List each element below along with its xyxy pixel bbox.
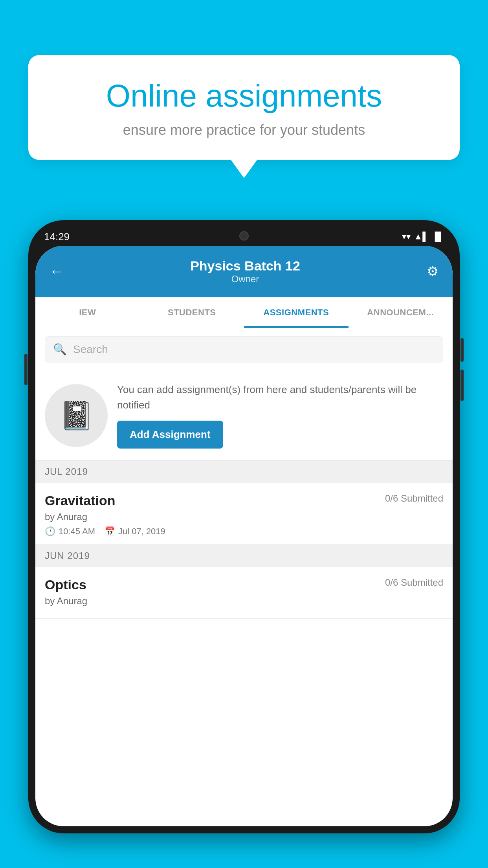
calendar-icon: 📅 — [105, 526, 115, 537]
promo-icon-circle: 📓 — [45, 384, 108, 447]
status-time: 14:29 — [44, 231, 70, 243]
promo-section: 📓 You can add assignment(s) from here an… — [35, 370, 453, 461]
assignment-top-optics: Optics 0/6 Submitted — [45, 577, 443, 592]
app-header: ← Physics Batch 12 Owner ⚙ — [35, 246, 453, 297]
tab-iew[interactable]: IEW — [35, 297, 140, 328]
settings-gear-icon[interactable]: ⚙ — [427, 263, 438, 279]
volume-down-button — [460, 370, 464, 401]
signal-icon: ▲▌ — [414, 232, 428, 242]
header-title: Physics Batch 12 — [190, 258, 300, 274]
assignment-item-optics[interactable]: Optics 0/6 Submitted by Anurag — [35, 567, 453, 619]
assignment-title-optics: Optics — [45, 577, 86, 592]
search-bar[interactable]: 🔍 Search — [45, 336, 443, 362]
assignment-by-optics: by Anurag — [45, 596, 443, 607]
status-icons: ▾▾ ▲▌ ▐▌ — [402, 232, 444, 242]
notebook-icon: 📓 — [59, 399, 94, 432]
clock-icon: 🕐 — [45, 526, 55, 537]
section-header-jul-2019: JUL 2019 — [35, 461, 453, 483]
bubble-subtitle: ensure more practice for your students — [56, 122, 432, 138]
tabs-bar: IEW STUDENTS ASSIGNMENTS ANNOUNCEM... — [35, 297, 453, 328]
promo-description: You can add assignment(s) from here and … — [117, 382, 443, 413]
phone-frame-outer: 14:29 ▾▾ ▲▌ ▐▌ ← Physics Batch 12 Owner … — [28, 220, 460, 868]
header-center: Physics Batch 12 Owner — [190, 258, 300, 285]
add-assignment-button[interactable]: Add Assignment — [117, 421, 223, 449]
search-placeholder-text: Search — [73, 343, 108, 356]
power-button — [24, 354, 28, 385]
assignment-date-gravitation: 📅 Jul 07, 2019 — [105, 526, 165, 537]
bubble-card: Online assignments ensure more practice … — [28, 55, 460, 160]
wifi-icon: ▾▾ — [402, 232, 411, 242]
assignment-submitted-optics: 0/6 Submitted — [385, 577, 443, 588]
assignment-item-gravitation[interactable]: Gravitation 0/6 Submitted by Anurag 🕐 10… — [35, 483, 453, 545]
assignment-top: Gravitation 0/6 Submitted — [45, 493, 443, 508]
back-button[interactable]: ← — [50, 263, 64, 280]
assignment-meta-gravitation: 🕐 10:45 AM 📅 Jul 07, 2019 — [45, 526, 443, 537]
volume-up-button — [460, 338, 464, 362]
tab-assignments[interactable]: ASSIGNMENTS — [244, 297, 349, 328]
phone-screen: ← Physics Batch 12 Owner ⚙ IEW STUDENTS … — [35, 246, 453, 826]
assignment-submitted-gravitation: 0/6 Submitted — [385, 493, 443, 504]
header-subtitle: Owner — [190, 274, 300, 285]
search-icon: 🔍 — [53, 343, 67, 356]
assignment-by-gravitation: by Anurag — [45, 511, 443, 522]
section-header-jun-2019: JUN 2019 — [35, 545, 453, 567]
promo-speech-bubble: Online assignments ensure more practice … — [28, 55, 460, 160]
assignment-title-gravitation: Gravitation — [45, 493, 115, 508]
search-container: 🔍 Search — [35, 328, 453, 370]
tab-announcements[interactable]: ANNOUNCEM... — [349, 297, 453, 328]
promo-content: You can add assignment(s) from here and … — [117, 382, 443, 449]
assignment-time-gravitation: 🕐 10:45 AM — [45, 526, 95, 537]
bubble-title: Online assignments — [56, 79, 432, 113]
tab-students[interactable]: STUDENTS — [140, 297, 244, 328]
battery-icon: ▐▌ — [432, 232, 444, 242]
phone-frame: 14:29 ▾▾ ▲▌ ▐▌ ← Physics Batch 12 Owner … — [28, 220, 460, 833]
status-bar: 14:29 ▾▾ ▲▌ ▐▌ — [44, 229, 444, 245]
